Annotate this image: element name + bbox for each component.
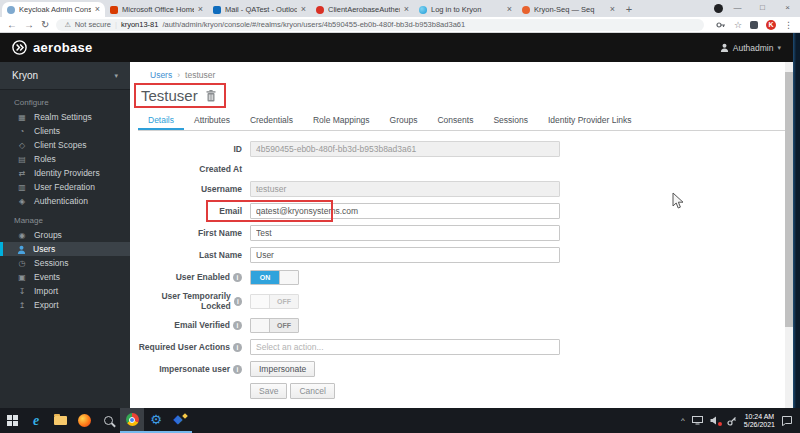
tab-close-icon[interactable]: × <box>198 5 203 14</box>
tab-attributes[interactable]: Attributes <box>184 111 240 130</box>
required-user-actions-select[interactable] <box>250 339 560 355</box>
page: aerobase Authadmin ▾ Kryon ▾ Configure ▦… <box>0 33 793 408</box>
close-button[interactable]: × <box>775 0 800 17</box>
sidebar-item-roles[interactable]: ▤ Roles <box>0 152 130 166</box>
taskbar-chrome[interactable] <box>120 408 144 433</box>
browser-tab-outlook[interactable]: Mail - QATest - Outlook × <box>208 2 311 17</box>
sidebar-item-label: Authentication <box>34 196 88 206</box>
tab-close-icon[interactable]: × <box>301 5 306 14</box>
sidebar-item-users[interactable]: Users <box>0 242 130 256</box>
browser-menu-icon[interactable]: ⋮ <box>784 20 793 30</box>
breadcrumb-users-link[interactable]: Users <box>150 70 172 80</box>
chevron-right-icon: › <box>177 70 180 80</box>
save-button[interactable]: Save <box>250 383 287 399</box>
sidebar-item-events[interactable]: ▣ Events <box>0 270 130 284</box>
sidebar-item-export[interactable]: ↥ Export <box>0 298 130 312</box>
last-name-field[interactable] <box>250 247 560 263</box>
reload-icon[interactable]: ↻ <box>41 20 49 30</box>
info-icon: i <box>234 297 242 306</box>
delete-trash-icon[interactable] <box>206 90 216 102</box>
tab-sessions[interactable]: Sessions <box>483 111 538 130</box>
action-center-icon[interactable] <box>782 416 792 426</box>
taskbar-app-gear[interactable]: ⚙ <box>144 408 168 433</box>
impersonate-button[interactable]: Impersonate <box>250 361 315 377</box>
display-icon[interactable] <box>692 416 703 425</box>
clock-date: 5/26/2021 <box>744 421 775 429</box>
toggle-knob <box>251 295 270 308</box>
realm-name: Kryon <box>12 70 38 81</box>
tab-consents[interactable]: Consents <box>427 111 483 130</box>
tab-details[interactable]: Details <box>138 111 184 130</box>
sidebar-item-realm-settings[interactable]: ▦ Realm Settings <box>0 110 130 124</box>
extension-icon[interactable] <box>750 21 758 29</box>
sidebar-item-user-federation[interactable]: ▥ User Federation <box>0 180 130 194</box>
cancel-button[interactable]: Cancel <box>290 383 334 399</box>
address-bar[interactable]: ⚠ Not secure | kryon13-81/auth/admin/kry… <box>56 19 704 31</box>
sidebar-item-clients[interactable]: ◔ Clients <box>0 124 130 138</box>
start-button[interactable] <box>0 408 24 433</box>
key-icon[interactable] <box>716 20 726 30</box>
tab-close-icon[interactable]: × <box>610 5 615 14</box>
first-name-field[interactable] <box>250 225 560 241</box>
tab-role-mappings[interactable]: Role Mappings <box>303 111 380 130</box>
bookmark-star-icon[interactable]: ☆ <box>734 20 742 30</box>
scrollbar-thumb[interactable] <box>785 72 793 327</box>
tray-expand-icon[interactable]: ^ <box>681 416 685 425</box>
email-verified-toggle[interactable]: OFF <box>250 318 299 333</box>
taskbar-app-diamond[interactable]: ◆ <box>168 408 192 433</box>
aerobase-brand[interactable]: aerobase <box>12 40 93 55</box>
not-secure-label: Not secure <box>75 20 111 29</box>
tab-close-icon[interactable]: × <box>507 5 512 14</box>
browser-status-dot-icon[interactable] <box>714 4 723 13</box>
folder-icon <box>54 416 67 425</box>
toggle-off-state: OFF <box>270 319 298 332</box>
back-icon[interactable]: ← <box>7 20 17 30</box>
taskbar-clock[interactable]: 10:24 AM 5/26/2021 <box>744 413 775 429</box>
toggle-knob <box>251 319 270 332</box>
identity-providers-icon: ⇄ <box>17 169 27 178</box>
key-tray-icon[interactable] <box>727 416 737 426</box>
sidebar-item-sessions[interactable]: ◷ Sessions <box>0 256 130 270</box>
detail-tabs: Details Attributes Credentials Role Mapp… <box>138 111 793 131</box>
browser-tab-aerobase-auth[interactable]: ClientAerobaseAuthentication × <box>311 2 414 17</box>
realm-selector[interactable]: Kryon ▾ <box>0 62 130 90</box>
browser-tab-strip: Keycloak Admin Console × Microsoft Offic… <box>0 0 800 17</box>
forward-icon[interactable]: → <box>24 20 34 30</box>
user-federation-icon: ▥ <box>17 183 27 192</box>
browser-tab-seq[interactable]: Kryon-Seq — Seq × <box>517 2 620 17</box>
sidebar-item-groups[interactable]: ◉ Groups <box>0 228 130 242</box>
new-tab-button[interactable]: + <box>620 2 638 17</box>
tab-credentials[interactable]: Credentials <box>240 111 303 130</box>
tab-groups[interactable]: Groups <box>380 111 428 130</box>
info-icon: i <box>233 321 242 330</box>
tab-close-icon[interactable]: × <box>95 5 100 14</box>
user-menu[interactable]: Authadmin ▾ <box>720 43 781 53</box>
profile-avatar[interactable]: K <box>766 20 776 30</box>
person-icon <box>720 43 729 52</box>
browser-tab-keycloak[interactable]: Keycloak Admin Console × <box>2 2 105 17</box>
export-icon: ↥ <box>17 301 27 310</box>
sidebar-item-label: Import <box>34 286 58 296</box>
browser-tab-office[interactable]: Microsoft Office Home × <box>105 2 208 17</box>
email-field[interactable] <box>250 203 560 219</box>
sidebar-item-import[interactable]: ↧ Import <box>0 284 130 298</box>
taskbar-file-explorer[interactable] <box>48 408 72 433</box>
tab-close-icon[interactable]: × <box>404 5 409 14</box>
taskbar-search-tool[interactable] <box>96 408 120 433</box>
sidebar-item-identity-providers[interactable]: ⇄ Identity Providers <box>0 166 130 180</box>
taskbar-firefox[interactable] <box>72 408 96 433</box>
volume-icon[interactable] <box>710 416 720 425</box>
layout: Kryon ▾ Configure ▦ Realm Settings ◔ Cli… <box>0 62 793 408</box>
taskbar-internet-explorer[interactable]: e <box>24 408 48 433</box>
browser-tab-kryon-login[interactable]: Log in to Kryon × <box>414 2 517 17</box>
email-label: Email <box>138 206 242 216</box>
sidebar: Kryon ▾ Configure ▦ Realm Settings ◔ Cli… <box>0 62 130 408</box>
sidebar-item-client-scopes[interactable]: ◇ Client Scopes <box>0 138 130 152</box>
maximize-button[interactable]: □ <box>750 0 775 17</box>
user-enabled-toggle[interactable]: ON <box>250 270 299 285</box>
brand-name: aerobase <box>33 40 93 55</box>
minimize-button[interactable]: — <box>725 0 750 17</box>
tab-identity-provider-links[interactable]: Identity Provider Links <box>538 111 642 130</box>
page-scrollbar[interactable] <box>785 62 793 408</box>
sidebar-item-authentication[interactable]: ◈ Authentication <box>0 194 130 208</box>
